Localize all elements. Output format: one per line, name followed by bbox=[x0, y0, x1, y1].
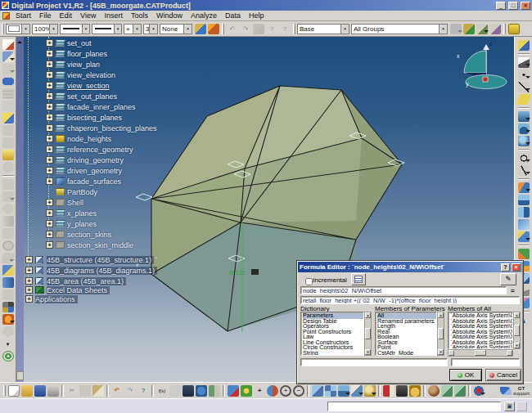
offset-surface-icon[interactable] bbox=[518, 231, 530, 242]
formula-editor-dialog[interactable]: Formula Editor : `node_heights\02_N/W\Of… bbox=[296, 260, 524, 384]
left-panel-strip[interactable] bbox=[16, 37, 24, 382]
target-parameter-field[interactable]: node_heights\02_N/W\Offset bbox=[300, 286, 507, 294]
measure-item-icon[interactable] bbox=[396, 385, 408, 397]
multi-view-icon[interactable] bbox=[325, 385, 336, 397]
tree-item-label[interactable]: driven_geometry bbox=[67, 167, 122, 175]
tree-item-view-elevation[interactable]: +view_elevation bbox=[46, 70, 115, 79]
scroll-thumb[interactable] bbox=[365, 328, 371, 339]
dictionary-scrollbar[interactable]: ▲ ▼ bbox=[364, 312, 372, 356]
tree-item-45b-diagrams[interactable]: +45B_diagrams (45B_diagrams.1) bbox=[25, 266, 157, 275]
link-icon[interactable] bbox=[209, 385, 220, 397]
list-item[interactable]: String bbox=[303, 351, 363, 357]
utility-tool-icon[interactable] bbox=[2, 191, 14, 202]
tree-item-45b-area[interactable]: +45B_area (45B_area.1) bbox=[25, 276, 126, 285]
power-input-exec-button[interactable]: ▣ bbox=[504, 402, 515, 411]
table-tool-icon[interactable] bbox=[2, 88, 14, 99]
pipette-icon[interactable] bbox=[208, 24, 219, 34]
expand-icon[interactable]: + bbox=[46, 71, 53, 79]
tree-item-label[interactable]: PartBody bbox=[67, 188, 97, 196]
circle-tool-icon[interactable] bbox=[2, 162, 14, 173]
search-binoculars-icon[interactable] bbox=[2, 76, 14, 87]
whats-this-icon[interactable]: ? bbox=[138, 385, 149, 397]
expand-icon[interactable]: + bbox=[25, 295, 33, 303]
expand-icon[interactable]: + bbox=[25, 286, 33, 294]
gear-dark-icon[interactable] bbox=[2, 302, 14, 312]
close-button[interactable]: × bbox=[521, 2, 530, 10]
transparency-select[interactable]: 100% ▾ bbox=[32, 24, 58, 34]
chevron-down-icon[interactable]: ▾ bbox=[149, 25, 157, 34]
tree-item-excel-data-sheets[interactable]: +Excel Data Sheets bbox=[25, 285, 110, 294]
iso-cube-a-icon[interactable] bbox=[441, 385, 453, 397]
expand-icon[interactable]: + bbox=[46, 241, 53, 249]
surface-cylinder-icon[interactable] bbox=[2, 277, 14, 288]
pan-icon[interactable]: + bbox=[254, 385, 265, 397]
menu-edit[interactable]: Edit bbox=[56, 11, 77, 21]
search-icon[interactable]: ? bbox=[266, 24, 277, 34]
erase-button[interactable]: ✎ bbox=[500, 273, 516, 285]
prism-tool-icon[interactable] bbox=[2, 125, 14, 136]
thickness-stepper[interactable]: 3 ▾ bbox=[143, 24, 158, 34]
tree-item-label[interactable]: driving_geometry bbox=[67, 156, 124, 164]
scroll-up-icon[interactable]: ▲ bbox=[365, 312, 371, 318]
cancel-button[interactable]: Cancel bbox=[485, 369, 521, 381]
title-bar[interactable]: Digital Project V1,R2 - [45B_moorgate.CA… bbox=[0, 0, 532, 11]
wedge-tool-icon[interactable] bbox=[2, 265, 14, 276]
expand-icon[interactable]: + bbox=[46, 209, 53, 217]
expand-icon[interactable]: + bbox=[46, 231, 53, 238]
dictionary-list[interactable]: Parameters Design Table Operators Point … bbox=[300, 312, 364, 356]
undo-icon[interactable]: ↶ bbox=[111, 385, 123, 397]
iso-cube-b-icon[interactable] bbox=[454, 385, 466, 397]
linetype-select[interactable]: ▾ bbox=[92, 24, 122, 34]
tree-item-label[interactable]: set_out bbox=[67, 39, 92, 47]
tree-item-set-out-planes[interactable]: +set_out_planes bbox=[46, 92, 117, 101]
scroll-thumb[interactable] bbox=[475, 350, 486, 356]
chevron-down-icon[interactable]: ▾ bbox=[439, 25, 447, 34]
chevron-down-icon[interactable]: ▾ bbox=[133, 25, 141, 34]
open-folder-icon[interactable] bbox=[21, 385, 33, 397]
mass-properties-icon[interactable] bbox=[409, 385, 421, 397]
chevron-down-icon[interactable]: ▾ bbox=[82, 25, 89, 34]
members-parameters-list[interactable]: All Renamed parameters Length Real Boole… bbox=[375, 312, 437, 356]
tree-item-label[interactable]: reference_geometry bbox=[67, 146, 133, 154]
tree-item-label[interactable]: view_elevation bbox=[67, 71, 115, 79]
wizard-button[interactable] bbox=[351, 273, 366, 285]
value-edit-field[interactable] bbox=[451, 358, 520, 366]
fly-mode-icon[interactable] bbox=[228, 385, 239, 397]
tree-item-label[interactable]: facade_inner_planes bbox=[67, 103, 136, 111]
scroll-down-icon[interactable]: ▼ bbox=[438, 349, 444, 355]
sweep-surface-icon[interactable] bbox=[518, 182, 530, 193]
tree-item-label[interactable]: facade_surfaces bbox=[67, 177, 121, 186]
expand-icon[interactable]: + bbox=[46, 167, 53, 174]
rotate-icon[interactable] bbox=[267, 385, 278, 397]
tree-item-bisecting-planes[interactable]: +bisecting_planes bbox=[46, 113, 122, 122]
zoom-in-icon[interactable]: + bbox=[280, 385, 291, 397]
gt-support-badge[interactable]: GT support bbox=[500, 386, 530, 396]
strip-arrow-icon[interactable] bbox=[17, 38, 22, 43]
tree-item-label[interactable]: y_planes bbox=[67, 220, 97, 228]
scroll-up-icon[interactable]: ▲ bbox=[514, 312, 520, 318]
tree-item-label[interactable]: view_section bbox=[67, 82, 110, 90]
scroll-down-icon[interactable]: ▼ bbox=[365, 349, 371, 355]
redo-icon[interactable]: ↷ bbox=[240, 24, 251, 34]
tree-item-set-out[interactable]: +set_out bbox=[46, 38, 92, 47]
groups-select[interactable]: All Groups ▾ bbox=[351, 24, 448, 34]
view-compass[interactable]: z x y bbox=[457, 41, 507, 89]
point-symbol-select[interactable]: × ▾ bbox=[124, 24, 142, 34]
paste-icon[interactable] bbox=[92, 385, 104, 397]
paste-format-icon[interactable] bbox=[2, 52, 14, 62]
sphere-tool-icon[interactable] bbox=[2, 326, 14, 337]
menu-file[interactable]: File bbox=[35, 11, 56, 21]
expand-icon[interactable]: + bbox=[46, 92, 53, 100]
redo-icon[interactable]: ↷ bbox=[124, 385, 136, 397]
expand-icon[interactable]: + bbox=[46, 146, 53, 153]
spline-icon[interactable] bbox=[518, 165, 530, 176]
zoom-out-icon[interactable]: − bbox=[293, 385, 304, 397]
scroll-left-button[interactable] bbox=[449, 350, 454, 356]
select-arrow-icon[interactable] bbox=[518, 57, 530, 68]
search-context-icon[interactable]: ? bbox=[279, 24, 291, 34]
menu-view[interactable]: View bbox=[76, 11, 100, 21]
tree-item-reference-geometry[interactable]: +reference_geometry bbox=[46, 145, 133, 154]
member-edit-field[interactable] bbox=[300, 358, 448, 366]
cut-icon[interactable]: ✂ bbox=[66, 385, 78, 397]
tree-item-chaperon-bisecting-planes[interactable]: +chaperon_bisecting_planes bbox=[46, 123, 157, 132]
